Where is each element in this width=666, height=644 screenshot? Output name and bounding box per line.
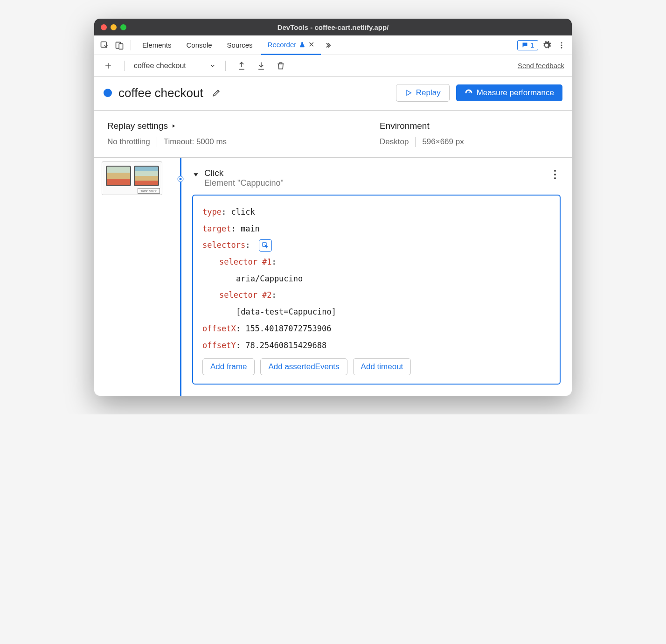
delete-icon[interactable] [274, 59, 287, 72]
chevron-down-icon [209, 63, 216, 69]
divider [131, 40, 131, 50]
timeout-value: Timeout: 5000 ms [164, 137, 227, 147]
target-value[interactable]: main [241, 224, 260, 233]
svg-point-3 [561, 42, 562, 43]
recording-title: coffee checkout [118, 86, 203, 100]
more-tabs-icon[interactable] [323, 39, 336, 52]
recording-header: coffee checkout Replay Measure performan… [94, 77, 572, 111]
edit-title-icon[interactable] [210, 86, 223, 99]
type-key: type [202, 207, 222, 217]
step-menu-button[interactable] [549, 168, 561, 179]
more-menu-icon[interactable] [555, 39, 568, 52]
window-title: DevTools - coffee-cart.netlify.app/ [101, 23, 565, 31]
maximize-window-button[interactable] [120, 24, 126, 30]
tab-console[interactable]: Console [180, 35, 219, 55]
replay-button[interactable]: Replay [396, 84, 450, 102]
issues-badge[interactable]: 1 [517, 40, 538, 50]
tab-elements[interactable]: Elements [136, 35, 178, 55]
type-value[interactable]: click [231, 207, 255, 217]
replay-settings-label: Replay settings [107, 121, 168, 131]
issues-icon [521, 42, 528, 49]
element-picker-button[interactable] [259, 239, 272, 252]
offsety-value[interactable]: 78.25460815429688 [245, 341, 326, 350]
add-asserted-events-button[interactable]: Add assertedEvents [260, 358, 347, 375]
step-subtitle: Element "Cappucino" [204, 178, 545, 188]
selector1-value[interactable]: aria/Cappucino [202, 271, 550, 287]
chevron-right-icon [171, 123, 176, 129]
traffic-lights [101, 24, 126, 30]
recording-status-dot [104, 89, 112, 97]
selectors-key: selectors [202, 240, 245, 250]
import-icon[interactable] [255, 59, 268, 72]
flask-icon [299, 42, 305, 48]
svg-point-4 [561, 44, 562, 46]
tab-recorder[interactable]: Recorder ✕ [261, 35, 321, 55]
target-key: target [202, 224, 231, 233]
screenshot-column: Total: $0.00 [94, 158, 173, 396]
tabbar: Elements Console Sources Recorder ✕ 1 [94, 35, 572, 55]
tab-recorder-label: Recorder [268, 41, 297, 49]
step-details: type: click target: main selectors: sele… [192, 195, 561, 385]
environment-label: Environment [380, 121, 559, 131]
close-tab-icon[interactable]: ✕ [308, 40, 314, 49]
issues-count: 1 [530, 42, 534, 49]
selector1-key: selector #1 [219, 257, 272, 266]
svg-point-5 [561, 47, 562, 48]
send-feedback-link[interactable]: Send feedback [518, 62, 564, 70]
chevron-down-icon[interactable] [192, 171, 200, 178]
tab-sources[interactable]: Sources [221, 35, 259, 55]
minimize-window-button[interactable] [111, 24, 117, 30]
settings-row: Replay settings No throttling Timeout: 5… [94, 111, 572, 158]
device-value: Desktop [380, 137, 409, 147]
step-content: Click Element "Cappucino" type: click ta… [187, 158, 572, 396]
play-icon [405, 89, 412, 97]
step-title: Click [204, 168, 545, 178]
measure-performance-button[interactable]: Measure performance [456, 84, 562, 101]
recording-dropdown[interactable]: coffee checkout [134, 62, 216, 70]
step-screenshot[interactable]: Total: $0.00 [102, 161, 162, 195]
close-window-button[interactable] [101, 24, 107, 30]
divider [225, 61, 226, 71]
recorder-toolbar: coffee checkout Send feedback [94, 55, 572, 77]
gauge-icon [465, 89, 473, 97]
replay-label: Replay [416, 88, 441, 98]
new-recording-icon[interactable] [102, 59, 115, 72]
titlebar: DevTools - coffee-cart.netlify.app/ [94, 19, 572, 35]
settings-icon[interactable] [540, 39, 553, 52]
offsetx-value[interactable]: 155.40187072753906 [245, 324, 331, 333]
export-icon[interactable] [235, 59, 248, 72]
throttling-value: No throttling [107, 137, 150, 147]
device-toggle-icon[interactable] [113, 39, 126, 52]
step-area: Total: $0.00 Click Element "Cappucino" t… [94, 158, 572, 396]
measure-label: Measure performance [477, 88, 554, 98]
devtools-window: DevTools - coffee-cart.netlify.app/ Elem… [94, 19, 572, 396]
timeline [173, 158, 187, 396]
selector2-key: selector #2 [219, 290, 272, 300]
divider [415, 137, 416, 147]
add-frame-button[interactable]: Add frame [202, 358, 255, 375]
offsety-key: offsetY [202, 341, 236, 350]
divider [124, 61, 125, 71]
viewport-value: 596×669 px [422, 137, 464, 147]
offsetx-key: offsetX [202, 324, 236, 333]
recording-name: coffee checkout [134, 62, 186, 70]
divider [157, 137, 157, 147]
svg-rect-2 [119, 43, 123, 49]
inspect-icon[interactable] [98, 39, 111, 52]
add-timeout-button[interactable]: Add timeout [353, 358, 411, 375]
selector2-value[interactable]: [data-test=Cappucino] [202, 304, 550, 321]
timeline-dot [178, 176, 183, 182]
replay-settings-toggle[interactable]: Replay settings [107, 121, 286, 131]
